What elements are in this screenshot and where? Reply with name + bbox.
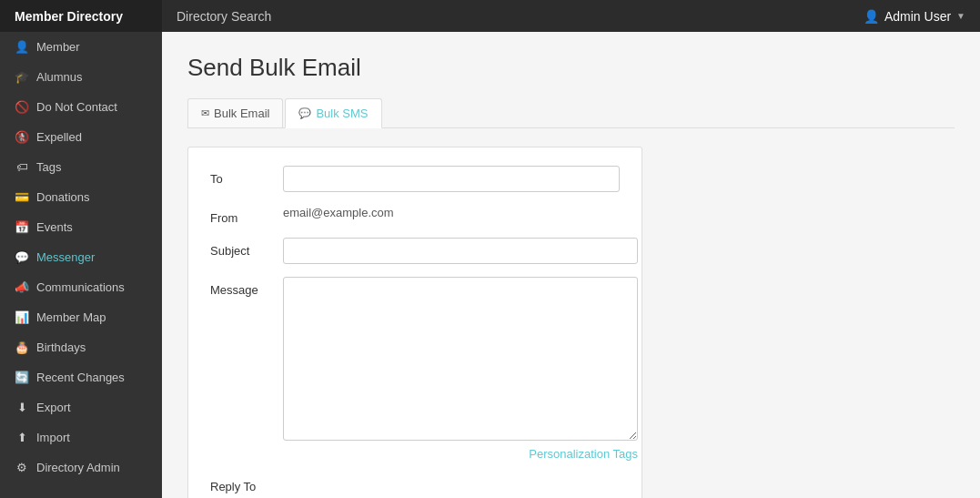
sidebar-label-messenger: Messenger	[36, 250, 95, 264]
message-textarea[interactable]	[283, 277, 638, 441]
tab-bulk-sms[interactable]: 💬 Bulk SMS	[285, 98, 381, 128]
user-icon: 👤	[864, 9, 879, 24]
sidebar-item-messenger[interactable]: 💬 Messenger	[0, 242, 162, 272]
brand-label: Member Directory	[15, 9, 123, 24]
from-value-wrap: email@example.com	[283, 205, 620, 219]
sidebar-label-member-map: Member Map	[36, 310, 106, 324]
to-row: To	[210, 166, 620, 192]
search-label: Directory Search	[177, 9, 271, 24]
birthdays-icon: 🎂	[15, 340, 29, 354]
sidebar-item-events[interactable]: 📅 Events	[0, 212, 162, 242]
expelled-icon: 🚷	[15, 130, 29, 144]
sidebar-label-directory-admin: Directory Admin	[36, 461, 120, 474]
topbar: Member Directory Directory Search 👤 Admi…	[0, 0, 980, 32]
sidebar-label-member: Member	[36, 40, 80, 54]
export-icon: ⬇	[15, 401, 29, 414]
tags-icon: 🏷	[15, 160, 29, 174]
sidebar-item-alumnus[interactable]: 🎓 Alumnus	[0, 62, 162, 92]
sidebar-item-export[interactable]: ⬇ Export	[0, 392, 162, 422]
message-label: Message	[210, 277, 283, 297]
reply-to-label: Reply To	[210, 473, 283, 493]
from-value: email@example.com	[283, 200, 394, 219]
sidebar-label-expelled: Expelled	[36, 130, 82, 144]
reply-to-row: Reply To	[210, 473, 620, 493]
message-input-wrap: Personalization Tags	[283, 277, 638, 461]
from-label: From	[210, 205, 283, 225]
sidebar-label-recent-changes: Recent Changes	[36, 371, 125, 384]
tabs-bar: ✉ Bulk Email 💬 Bulk SMS	[187, 98, 955, 128]
sidebar-item-birthdays[interactable]: 🎂 Birthdays	[0, 332, 162, 362]
sidebar-label-donations: Donations	[36, 190, 90, 204]
alumnus-icon: 🎓	[15, 70, 29, 84]
sidebar-item-recent-changes[interactable]: 🔄 Recent Changes	[0, 362, 162, 392]
sidebar-item-member-map[interactable]: 📊 Member Map	[0, 302, 162, 332]
to-input-wrap	[283, 166, 620, 192]
sidebar-item-import[interactable]: ⬆ Import	[0, 422, 162, 452]
sidebar-label-events: Events	[36, 220, 73, 234]
personalization-link[interactable]: Personalization Tags	[283, 447, 638, 461]
to-label: To	[210, 166, 283, 186]
donations-icon: 💳	[15, 190, 29, 204]
form-card: To From email@example.com Subject	[187, 147, 642, 498]
caret-icon: ▼	[956, 11, 965, 21]
from-row: From email@example.com	[210, 205, 620, 225]
user-label: Admin User	[884, 9, 951, 24]
sidebar-item-expelled[interactable]: 🚷 Expelled	[0, 122, 162, 152]
topbar-search: Directory Search	[162, 0, 849, 32]
sidebar-label-export: Export	[36, 401, 71, 414]
sidebar-item-member[interactable]: 👤 Member	[0, 32, 162, 62]
do-not-contact-icon: 🚫	[15, 100, 29, 114]
sidebar-item-do-not-contact[interactable]: 🚫 Do Not Contact	[0, 92, 162, 122]
message-row: Message Personalization Tags	[210, 277, 620, 461]
directory-admin-icon: ⚙	[15, 461, 29, 474]
communications-icon: 📣	[15, 280, 29, 294]
member-icon: 👤	[15, 40, 29, 54]
topbar-user[interactable]: 👤 Admin User ▼	[849, 9, 980, 24]
sidebar-item-donations[interactable]: 💳 Donations	[0, 182, 162, 212]
sidebar-label-alumnus: Alumnus	[36, 70, 83, 84]
sms-tab-icon: 💬	[298, 107, 311, 119]
sidebar-label-communications: Communications	[36, 280, 125, 294]
subject-row: Subject	[210, 238, 620, 264]
tab-bulk-email[interactable]: ✉ Bulk Email	[187, 98, 283, 127]
to-input[interactable]	[283, 166, 620, 192]
sidebar-label-import: Import	[36, 431, 70, 444]
tab-bulk-sms-label: Bulk SMS	[316, 107, 368, 120]
events-icon: 📅	[15, 220, 29, 234]
layout: 👤 Member 🎓 Alumnus 🚫 Do Not Contact 🚷 Ex…	[0, 32, 980, 498]
sidebar-label-birthdays: Birthdays	[36, 340, 86, 354]
sidebar-label-do-not-contact: Do Not Contact	[36, 100, 117, 114]
sidebar-item-communications[interactable]: 📣 Communications	[0, 272, 162, 302]
main-content: Send Bulk Email ✉ Bulk Email 💬 Bulk SMS …	[162, 32, 980, 498]
recent-changes-icon: 🔄	[15, 371, 29, 384]
messenger-icon: 💬	[15, 250, 29, 264]
topbar-brand: Member Directory	[0, 0, 162, 32]
member-map-icon: 📊	[15, 310, 29, 324]
page-title: Send Bulk Email	[187, 54, 955, 82]
tab-bulk-email-label: Bulk Email	[214, 107, 269, 120]
import-icon: ⬆	[15, 431, 29, 444]
sidebar-item-directory-admin[interactable]: ⚙ Directory Admin	[0, 452, 162, 483]
sidebar: 👤 Member 🎓 Alumnus 🚫 Do Not Contact 🚷 Ex…	[0, 32, 162, 498]
subject-label: Subject	[210, 238, 283, 258]
sidebar-item-tags[interactable]: 🏷 Tags	[0, 152, 162, 182]
subject-input[interactable]	[283, 238, 638, 264]
sidebar-label-tags: Tags	[36, 160, 61, 174]
email-tab-icon: ✉	[201, 107, 209, 119]
subject-input-wrap	[283, 238, 638, 264]
